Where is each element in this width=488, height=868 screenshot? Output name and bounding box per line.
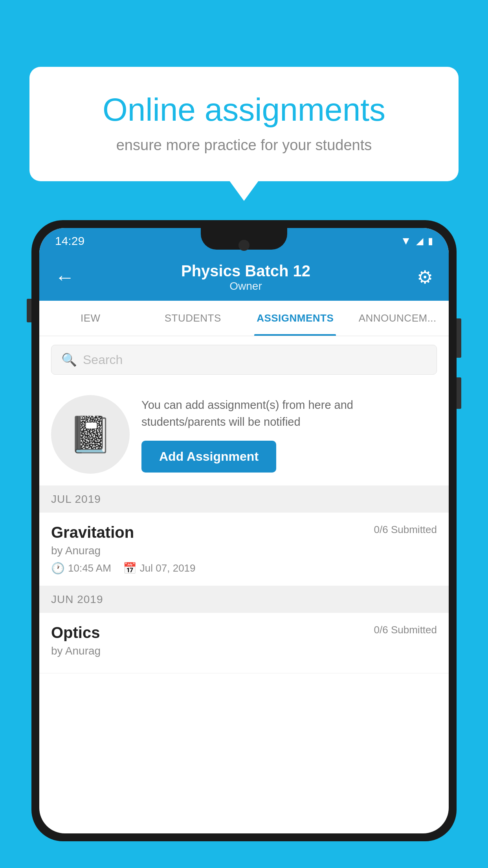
phone-screen: 14:29 ▼ ◢ ▮ ← Physics Batch 12 Owner ⚙ [39, 228, 449, 833]
assignment-optics-name: Optics [51, 624, 100, 642]
assignment-time-value: 10:45 AM [68, 562, 111, 574]
assignment-time: 🕐 10:45 AM [51, 562, 111, 575]
search-placeholder: Search [83, 353, 123, 367]
promo-description: You can add assignment(s) from here and … [141, 397, 437, 431]
section-header-jun: JUN 2019 [39, 586, 449, 613]
promo-right: You can add assignment(s) from here and … [141, 397, 437, 473]
status-icons: ▼ ◢ ▮ [400, 235, 433, 247]
section-header-jul: JUL 2019 [39, 486, 449, 513]
add-assignment-button[interactable]: Add Assignment [141, 441, 276, 473]
header-subtitle: Owner [181, 280, 310, 292]
clock-icon: 🕐 [51, 562, 65, 575]
phone-notch [201, 228, 287, 250]
header-title: Physics Batch 12 [181, 262, 310, 280]
back-button[interactable]: ← [55, 266, 75, 289]
search-container: 🔍 Search [39, 336, 449, 383]
speech-bubble-title: Online assignments [61, 90, 427, 129]
tab-students[interactable]: STUDENTS [142, 301, 244, 336]
status-time: 14:29 [55, 234, 84, 248]
assignment-item-optics[interactable]: Optics 0/6 Submitted by Anurag [39, 613, 449, 673]
battery-icon: ▮ [428, 235, 433, 246]
phone-wrapper: 14:29 ▼ ◢ ▮ ← Physics Batch 12 Owner ⚙ [31, 220, 457, 868]
app-header: ← Physics Batch 12 Owner ⚙ [39, 254, 449, 301]
assignment-top-row: Gravitation 0/6 Submitted [51, 524, 437, 541]
phone-volume-button [27, 299, 31, 322]
assignment-date: 📅 Jul 07, 2019 [123, 562, 196, 575]
assignment-date-value: Jul 07, 2019 [140, 562, 196, 574]
assignment-submitted: 0/6 Submitted [374, 524, 437, 536]
tab-announcements[interactable]: ANNOUNCEM... [347, 301, 449, 336]
phone-volume-down-button [457, 377, 461, 409]
assignment-optics-top-row: Optics 0/6 Submitted [51, 624, 437, 642]
speech-bubble-container: Online assignments ensure more practice … [29, 67, 459, 181]
assignment-optics-submitted: 0/6 Submitted [374, 624, 437, 636]
assignment-meta: 🕐 10:45 AM 📅 Jul 07, 2019 [51, 562, 437, 575]
settings-icon[interactable]: ⚙ [417, 267, 433, 288]
add-assignment-promo: 📓 You can add assignment(s) from here an… [39, 383, 449, 486]
assignment-icon-circle: 📓 [51, 395, 130, 474]
assignment-optics-author: by Anurag [51, 645, 437, 657]
phone-power-button [457, 318, 461, 358]
signal-icon: ◢ [416, 235, 423, 246]
tab-iew[interactable]: IEW [39, 301, 142, 336]
speech-bubble-subtitle: ensure more practice for your students [61, 137, 427, 154]
assignment-item-gravitation[interactable]: Gravitation 0/6 Submitted by Anurag 🕐 10… [39, 513, 449, 586]
notebook-icon: 📓 [68, 414, 112, 455]
search-icon: 🔍 [61, 352, 77, 367]
header-title-group: Physics Batch 12 Owner [181, 262, 310, 292]
tab-assignments[interactable]: ASSIGNMENTS [244, 301, 347, 336]
tabs-bar: IEW STUDENTS ASSIGNMENTS ANNOUNCEM... [39, 301, 449, 336]
assignment-name: Gravitation [51, 524, 134, 541]
assignment-author: by Anurag [51, 544, 437, 557]
phone-camera [238, 240, 250, 251]
speech-bubble: Online assignments ensure more practice … [29, 67, 459, 181]
calendar-icon: 📅 [123, 562, 137, 575]
wifi-icon: ▼ [400, 235, 411, 247]
search-box[interactable]: 🔍 Search [51, 345, 437, 375]
phone-outer: 14:29 ▼ ◢ ▮ ← Physics Batch 12 Owner ⚙ [31, 220, 457, 841]
